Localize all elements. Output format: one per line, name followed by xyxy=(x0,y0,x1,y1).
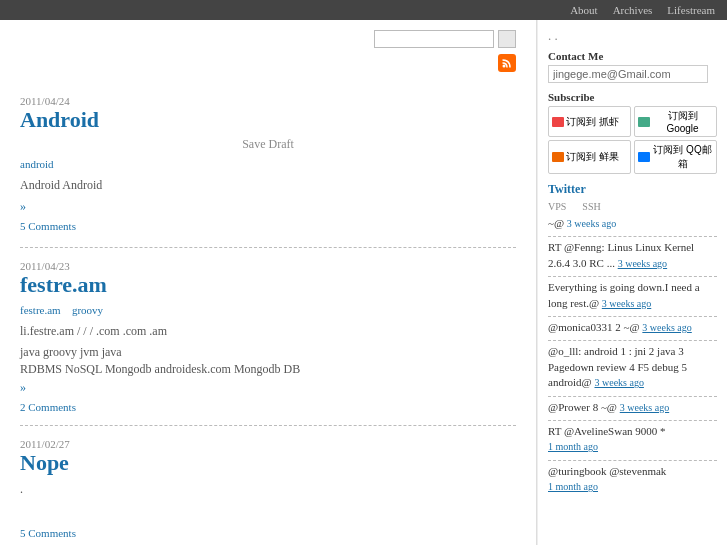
post-draft: Save Draft xyxy=(20,137,516,152)
tweet-3: @monica0331 2 ~@ 3 weeks ago xyxy=(548,320,717,335)
post-excerpt: Android Android xyxy=(20,176,516,194)
post-excerpt2: java groovy jvm java xyxy=(20,345,516,360)
post-excerpt: li.festre.am / / / .com .com .am xyxy=(20,322,516,341)
tweet-6: RT @AvelineSwan 9000 * 1 month ago xyxy=(548,424,717,455)
post-tag-groovy[interactable]: groovy xyxy=(72,304,103,316)
post-comments[interactable]: 5 Comments xyxy=(20,527,516,539)
post-excerpt3: RDBMS NoSQL Mongodb androidesk.com Mongo… xyxy=(20,362,516,377)
post-tag[interactable]: android xyxy=(20,158,54,170)
twitter-section: Twitter VPS SSH ~@ 3 weeks ago RT @Fenng… xyxy=(548,182,717,494)
tweet-time-2[interactable]: 3 weeks ago xyxy=(602,298,651,309)
lifestream-link[interactable]: Lifestream xyxy=(667,4,715,16)
tweet-7: @turingbook @stevenmak 1 month ago xyxy=(548,464,717,495)
tweet-time-6[interactable]: 1 month ago xyxy=(548,441,598,452)
post-date: 2011/04/24 xyxy=(20,95,516,107)
search-input[interactable] xyxy=(374,30,494,48)
rss-icon[interactable] xyxy=(498,54,516,72)
about-link[interactable]: About xyxy=(570,4,598,16)
post-comments[interactable]: 5 Comments xyxy=(20,220,516,232)
tweet-time-7[interactable]: 1 month ago xyxy=(548,481,598,492)
tweet-time-3[interactable]: 3 weeks ago xyxy=(642,322,691,333)
sidebar-dots: . . xyxy=(548,28,717,44)
tweet-time-0[interactable]: 3 weeks ago xyxy=(567,218,616,229)
post-title-link[interactable]: Nope xyxy=(20,450,69,475)
contact-section: Contact Me xyxy=(548,50,717,83)
post-comments[interactable]: 2 Comments xyxy=(20,401,516,413)
subscribe-xianguo[interactable]: 订阅到 抓虾 xyxy=(548,106,631,137)
post-more[interactable]: » xyxy=(20,380,26,394)
post-title-link[interactable]: festre.am xyxy=(20,272,107,297)
post-nope: 2011/02/27 Nope . 5 Comments xyxy=(20,426,516,545)
subscribe-google[interactable]: 订阅到 Google xyxy=(634,106,717,137)
post-excerpt: . xyxy=(20,482,516,497)
header-bar: About Archives Lifestream xyxy=(0,0,727,20)
tweet-1: RT @Fenng: Linus Linux Kernel 2.6.4 3.0 … xyxy=(548,240,717,271)
tweet-time-5[interactable]: 3 weeks ago xyxy=(620,402,669,413)
archives-link[interactable]: Archives xyxy=(613,4,653,16)
tweet-time-1[interactable]: 3 weeks ago xyxy=(618,258,667,269)
post-android: 2011/04/24 Android Save Draft android An… xyxy=(20,80,516,248)
tweet-4: @o_lll: android 1 : jni 2 java 3 Pagedow… xyxy=(548,344,717,390)
subscribe-qq[interactable]: 订阅到 QQ邮箱 xyxy=(634,140,717,174)
tweet-5: @Prower 8 ~@ 3 weeks ago xyxy=(548,400,717,415)
post-date: 2011/02/27 xyxy=(20,438,516,450)
post-date: 2011/04/23 xyxy=(20,260,516,272)
tweet-0: ~@ 3 weeks ago xyxy=(548,216,717,231)
tweet-time-4[interactable]: 3 weeks ago xyxy=(594,377,643,388)
subscribe-sina[interactable]: 订阅到 鲜果 xyxy=(548,140,631,174)
post-festre: 2011/04/23 festre.am festre.am groovy li… xyxy=(20,248,516,426)
twitter-title: Twitter xyxy=(548,182,717,197)
subscribe-section: Subscribe 订阅到 抓虾 订阅到 Google 订阅到 鲜果 订阅到 Q… xyxy=(548,91,717,174)
search-button[interactable] xyxy=(498,30,516,48)
contact-input[interactable] xyxy=(548,65,708,83)
contact-title: Contact Me xyxy=(548,50,717,62)
tweet-2: Everything is going down.I need a long r… xyxy=(548,280,717,311)
post-more[interactable]: » xyxy=(20,199,26,213)
post-tag-festre[interactable]: festre.am xyxy=(20,304,61,316)
svg-point-0 xyxy=(503,65,506,68)
subscribe-title: Subscribe xyxy=(548,91,717,103)
twitter-col-ssh: SSH xyxy=(582,201,600,212)
post-title-link[interactable]: Android xyxy=(20,107,99,132)
twitter-col-vps: VPS xyxy=(548,201,566,212)
